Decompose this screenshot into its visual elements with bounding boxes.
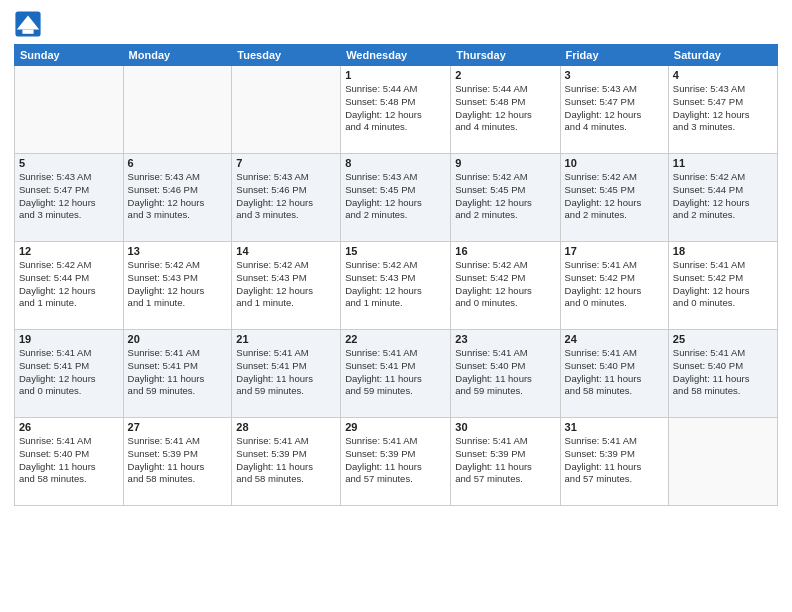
day-number: 16: [455, 245, 555, 257]
day-info: Sunrise: 5:41 AM Sunset: 5:41 PM Dayligh…: [236, 347, 336, 398]
day-number: 4: [673, 69, 773, 81]
day-number: 14: [236, 245, 336, 257]
day-info: Sunrise: 5:41 AM Sunset: 5:40 PM Dayligh…: [19, 435, 119, 486]
day-cell: 9Sunrise: 5:42 AM Sunset: 5:45 PM Daylig…: [451, 154, 560, 242]
day-info: Sunrise: 5:41 AM Sunset: 5:40 PM Dayligh…: [673, 347, 773, 398]
day-cell: 28Sunrise: 5:41 AM Sunset: 5:39 PM Dayli…: [232, 418, 341, 506]
day-info: Sunrise: 5:43 AM Sunset: 5:46 PM Dayligh…: [236, 171, 336, 222]
day-info: Sunrise: 5:41 AM Sunset: 5:39 PM Dayligh…: [565, 435, 664, 486]
day-number: 20: [128, 333, 228, 345]
day-cell: 15Sunrise: 5:42 AM Sunset: 5:43 PM Dayli…: [341, 242, 451, 330]
day-info: Sunrise: 5:41 AM Sunset: 5:41 PM Dayligh…: [345, 347, 446, 398]
day-cell: 6Sunrise: 5:43 AM Sunset: 5:46 PM Daylig…: [123, 154, 232, 242]
day-cell: 21Sunrise: 5:41 AM Sunset: 5:41 PM Dayli…: [232, 330, 341, 418]
week-row-4: 26Sunrise: 5:41 AM Sunset: 5:40 PM Dayli…: [15, 418, 778, 506]
day-number: 9: [455, 157, 555, 169]
day-cell: [123, 66, 232, 154]
day-info: Sunrise: 5:41 AM Sunset: 5:39 PM Dayligh…: [236, 435, 336, 486]
day-cell: 26Sunrise: 5:41 AM Sunset: 5:40 PM Dayli…: [15, 418, 124, 506]
logo: [14, 10, 45, 38]
day-info: Sunrise: 5:42 AM Sunset: 5:42 PM Dayligh…: [455, 259, 555, 310]
day-number: 21: [236, 333, 336, 345]
day-number: 25: [673, 333, 773, 345]
day-cell: 31Sunrise: 5:41 AM Sunset: 5:39 PM Dayli…: [560, 418, 668, 506]
day-cell: 24Sunrise: 5:41 AM Sunset: 5:40 PM Dayli…: [560, 330, 668, 418]
day-info: Sunrise: 5:43 AM Sunset: 5:45 PM Dayligh…: [345, 171, 446, 222]
day-cell: 13Sunrise: 5:42 AM Sunset: 5:43 PM Dayli…: [123, 242, 232, 330]
week-row-3: 19Sunrise: 5:41 AM Sunset: 5:41 PM Dayli…: [15, 330, 778, 418]
svg-rect-2: [22, 30, 33, 34]
day-cell: 20Sunrise: 5:41 AM Sunset: 5:41 PM Dayli…: [123, 330, 232, 418]
weekday-header-tuesday: Tuesday: [232, 45, 341, 66]
day-number: 6: [128, 157, 228, 169]
day-info: Sunrise: 5:42 AM Sunset: 5:44 PM Dayligh…: [673, 171, 773, 222]
day-info: Sunrise: 5:42 AM Sunset: 5:45 PM Dayligh…: [455, 171, 555, 222]
day-number: 28: [236, 421, 336, 433]
day-number: 12: [19, 245, 119, 257]
day-number: 18: [673, 245, 773, 257]
weekday-header-thursday: Thursday: [451, 45, 560, 66]
day-cell: 25Sunrise: 5:41 AM Sunset: 5:40 PM Dayli…: [668, 330, 777, 418]
day-info: Sunrise: 5:41 AM Sunset: 5:41 PM Dayligh…: [19, 347, 119, 398]
day-number: 31: [565, 421, 664, 433]
day-number: 11: [673, 157, 773, 169]
week-row-0: 1Sunrise: 5:44 AM Sunset: 5:48 PM Daylig…: [15, 66, 778, 154]
day-cell: 3Sunrise: 5:43 AM Sunset: 5:47 PM Daylig…: [560, 66, 668, 154]
weekday-header-saturday: Saturday: [668, 45, 777, 66]
day-number: 22: [345, 333, 446, 345]
day-number: 17: [565, 245, 664, 257]
day-number: 2: [455, 69, 555, 81]
day-cell: 11Sunrise: 5:42 AM Sunset: 5:44 PM Dayli…: [668, 154, 777, 242]
day-cell: [15, 66, 124, 154]
day-number: 8: [345, 157, 446, 169]
day-number: 26: [19, 421, 119, 433]
day-cell: 14Sunrise: 5:42 AM Sunset: 5:43 PM Dayli…: [232, 242, 341, 330]
day-info: Sunrise: 5:41 AM Sunset: 5:40 PM Dayligh…: [565, 347, 664, 398]
day-cell: 1Sunrise: 5:44 AM Sunset: 5:48 PM Daylig…: [341, 66, 451, 154]
weekday-header-row: SundayMondayTuesdayWednesdayThursdayFrid…: [15, 45, 778, 66]
day-info: Sunrise: 5:43 AM Sunset: 5:47 PM Dayligh…: [673, 83, 773, 134]
day-cell: 17Sunrise: 5:41 AM Sunset: 5:42 PM Dayli…: [560, 242, 668, 330]
weekday-header-sunday: Sunday: [15, 45, 124, 66]
day-info: Sunrise: 5:41 AM Sunset: 5:39 PM Dayligh…: [345, 435, 446, 486]
day-number: 27: [128, 421, 228, 433]
week-row-2: 12Sunrise: 5:42 AM Sunset: 5:44 PM Dayli…: [15, 242, 778, 330]
day-cell: 2Sunrise: 5:44 AM Sunset: 5:48 PM Daylig…: [451, 66, 560, 154]
header: [14, 10, 778, 38]
day-number: 23: [455, 333, 555, 345]
main-container: SundayMondayTuesdayWednesdayThursdayFrid…: [0, 0, 792, 516]
day-info: Sunrise: 5:41 AM Sunset: 5:42 PM Dayligh…: [565, 259, 664, 310]
day-cell: 4Sunrise: 5:43 AM Sunset: 5:47 PM Daylig…: [668, 66, 777, 154]
day-number: 3: [565, 69, 664, 81]
day-cell: 22Sunrise: 5:41 AM Sunset: 5:41 PM Dayli…: [341, 330, 451, 418]
day-info: Sunrise: 5:41 AM Sunset: 5:42 PM Dayligh…: [673, 259, 773, 310]
day-cell: 19Sunrise: 5:41 AM Sunset: 5:41 PM Dayli…: [15, 330, 124, 418]
day-info: Sunrise: 5:42 AM Sunset: 5:43 PM Dayligh…: [128, 259, 228, 310]
day-cell: 7Sunrise: 5:43 AM Sunset: 5:46 PM Daylig…: [232, 154, 341, 242]
weekday-header-monday: Monday: [123, 45, 232, 66]
day-info: Sunrise: 5:43 AM Sunset: 5:46 PM Dayligh…: [128, 171, 228, 222]
day-cell: 10Sunrise: 5:42 AM Sunset: 5:45 PM Dayli…: [560, 154, 668, 242]
day-info: Sunrise: 5:43 AM Sunset: 5:47 PM Dayligh…: [19, 171, 119, 222]
day-info: Sunrise: 5:42 AM Sunset: 5:43 PM Dayligh…: [236, 259, 336, 310]
day-info: Sunrise: 5:42 AM Sunset: 5:43 PM Dayligh…: [345, 259, 446, 310]
day-info: Sunrise: 5:41 AM Sunset: 5:40 PM Dayligh…: [455, 347, 555, 398]
day-cell: 27Sunrise: 5:41 AM Sunset: 5:39 PM Dayli…: [123, 418, 232, 506]
day-cell: 16Sunrise: 5:42 AM Sunset: 5:42 PM Dayli…: [451, 242, 560, 330]
day-number: 29: [345, 421, 446, 433]
day-cell: 5Sunrise: 5:43 AM Sunset: 5:47 PM Daylig…: [15, 154, 124, 242]
day-cell: 18Sunrise: 5:41 AM Sunset: 5:42 PM Dayli…: [668, 242, 777, 330]
day-number: 30: [455, 421, 555, 433]
day-number: 5: [19, 157, 119, 169]
day-cell: 29Sunrise: 5:41 AM Sunset: 5:39 PM Dayli…: [341, 418, 451, 506]
day-info: Sunrise: 5:41 AM Sunset: 5:41 PM Dayligh…: [128, 347, 228, 398]
day-number: 15: [345, 245, 446, 257]
day-info: Sunrise: 5:43 AM Sunset: 5:47 PM Dayligh…: [565, 83, 664, 134]
day-number: 10: [565, 157, 664, 169]
day-info: Sunrise: 5:41 AM Sunset: 5:39 PM Dayligh…: [128, 435, 228, 486]
day-cell: 8Sunrise: 5:43 AM Sunset: 5:45 PM Daylig…: [341, 154, 451, 242]
day-cell: 30Sunrise: 5:41 AM Sunset: 5:39 PM Dayli…: [451, 418, 560, 506]
day-info: Sunrise: 5:44 AM Sunset: 5:48 PM Dayligh…: [345, 83, 446, 134]
day-number: 7: [236, 157, 336, 169]
day-number: 24: [565, 333, 664, 345]
